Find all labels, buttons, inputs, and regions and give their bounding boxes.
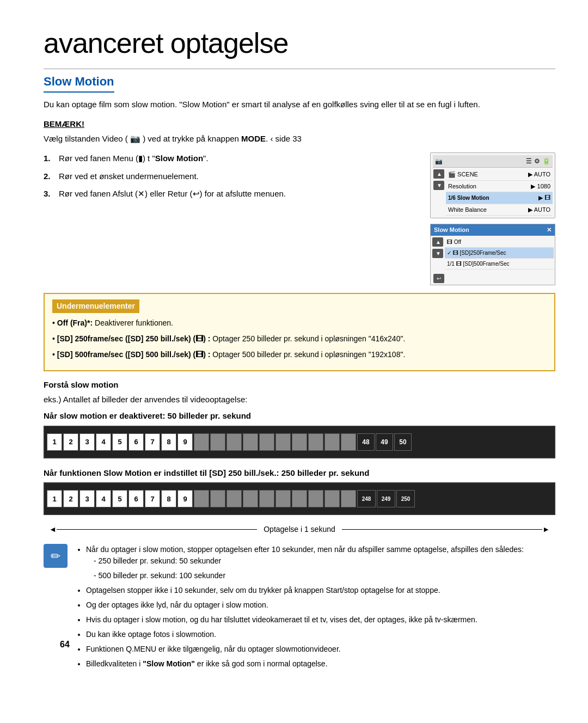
intro-text: Du kan optage film som slow motion. "Slo… bbox=[44, 98, 555, 111]
scene-value: ▶ AUTO bbox=[528, 170, 550, 179]
sub-note-2: 500 billeder pr. sekund: 100 sekunder bbox=[94, 570, 555, 581]
note-item-7: Billedkvaliteten i "Slow Motion" er ikke… bbox=[86, 658, 555, 670]
ui-screenshots: 📷 ☰ ⚙ 🔋 ▲ ▼ 🎬 SCENE ▶ AUTO bbox=[430, 152, 555, 285]
forstaa-section: Forstå slow motion eks.) Antallet af bil… bbox=[44, 379, 555, 535]
frame-dot2: … bbox=[210, 433, 225, 451]
forstaa-title: Forstå slow motion bbox=[44, 379, 555, 391]
steps-and-ui: 1. Rør ved fanen Menu (▮) t "Slow Motion… bbox=[44, 152, 555, 285]
white-balance-value: ▶ AUTO bbox=[528, 205, 550, 215]
step-3: 3. Rør ved fanen Afslut (✕) eller Retur … bbox=[44, 188, 414, 200]
sd250-row: ✓ 🎞 [SD]250Frame/Sec bbox=[445, 248, 554, 259]
ui-icon-menu: ☰ bbox=[526, 156, 532, 166]
arrow-right-line bbox=[342, 529, 542, 530]
sd500-label: 1/1 🎞 [SD]500Frame/Sec bbox=[447, 260, 510, 268]
submenu-item-3: • [SD] 500frame/sec ([SD] 500 bill./sek)… bbox=[52, 349, 547, 360]
frame2-dot3: … bbox=[226, 490, 242, 507]
ui-panel-2-close-icon[interactable]: ✕ bbox=[547, 225, 552, 235]
section-title: Slow Motion bbox=[44, 72, 114, 93]
frame2-5: 5 bbox=[112, 490, 127, 507]
note-label: BEMÆRK! bbox=[44, 118, 555, 131]
frame2-248: 248 bbox=[357, 490, 376, 507]
filmstrip-1: 1 2 3 4 5 6 7 8 9 … … … … … … … … … … 48 bbox=[44, 426, 555, 458]
frame2-6: 6 bbox=[128, 490, 144, 507]
left-arrow-icon: ◄ bbox=[49, 524, 57, 535]
step-3-text: Rør ved fanen Afslut (✕) eller Retur (↩)… bbox=[59, 188, 414, 200]
nav-up-btn[interactable]: ▲ bbox=[433, 169, 444, 179]
slow-motion-row: 1/6 Slow Motion ▶ 🎞 bbox=[446, 192, 553, 204]
frame2-dot1: … bbox=[194, 490, 209, 507]
nav2-down-btn[interactable]: ▼ bbox=[432, 249, 443, 258]
frame-50: 50 bbox=[394, 433, 412, 451]
frame-dot10: … bbox=[341, 433, 356, 451]
ui-panel-icons: ☰ ⚙ 🔋 bbox=[526, 156, 550, 166]
slow-motion-value: ▶ 🎞 bbox=[538, 193, 550, 203]
ui-icon-settings: ⚙ bbox=[534, 156, 540, 166]
frame-dot7: … bbox=[292, 433, 307, 451]
frame2-2: 2 bbox=[63, 490, 78, 507]
slow-motion-label: 1/6 Slow Motion bbox=[448, 194, 489, 202]
frame-2: 2 bbox=[63, 433, 78, 451]
note-content: Når du optager i slow motion, stopper op… bbox=[75, 544, 555, 673]
frame-3: 3 bbox=[79, 433, 95, 451]
note-item-5: Du kan ikke optage fotos i slowmotion. bbox=[86, 629, 555, 640]
ui-panel-1-top: 📷 ☰ ⚙ 🔋 bbox=[433, 155, 553, 168]
filmstrip-frames-1: 1 2 3 4 5 6 7 8 9 … … … … … … … … … … 48 bbox=[45, 429, 554, 455]
note-item-1: Når du optager i slow motion, stopper op… bbox=[86, 544, 555, 581]
filmstrip-frames-2: 1 2 3 4 5 6 7 8 9 … … … … … … … … … … 24… bbox=[45, 486, 554, 512]
ui-panel-2: Slow Motion ✕ ▲ ▼ 🎞 Off ✓ 🎞 [SD]250Frame… bbox=[430, 224, 555, 285]
resolution-value: ▶ 1080 bbox=[531, 182, 550, 191]
frame2-250: 250 bbox=[396, 490, 415, 507]
note-box: ✏ Når du optager i slow motion, stopper … bbox=[44, 544, 555, 673]
sub-note-1: 250 billeder pr. sekund: 50 sekunder bbox=[94, 555, 555, 567]
back-btn[interactable]: ↩ bbox=[433, 274, 444, 283]
frame2-8: 8 bbox=[161, 490, 176, 507]
note-item-2: Optagelsen stopper ikke i 10 sekunder, s… bbox=[86, 585, 555, 596]
resolution-row: Resolution ▶ 1080 bbox=[446, 181, 553, 193]
nav-down-btn[interactable]: ▼ bbox=[433, 181, 444, 190]
off-label: 🎞 Off bbox=[447, 238, 461, 246]
frame2-1: 1 bbox=[47, 490, 62, 507]
mode-note-text: Vælg tilstanden Video ( 📷 ) ved at trykk… bbox=[44, 133, 555, 145]
scene-row: 🎬 SCENE ▶ AUTO bbox=[446, 169, 553, 181]
sub-notes-list: 250 billeder pr. sekund: 50 sekunder 500… bbox=[86, 555, 555, 581]
scene-label: 🎬 SCENE bbox=[448, 170, 478, 179]
off-row: 🎞 Off bbox=[445, 237, 554, 248]
frame-dot6: … bbox=[275, 433, 291, 451]
frame2-dot7: … bbox=[292, 490, 307, 507]
ui-panel-2-title: Slow Motion ✕ bbox=[431, 224, 555, 236]
frame-5: 5 bbox=[112, 433, 127, 451]
ui-icon-camera: 📷 bbox=[435, 157, 443, 166]
page-title: avanceret optagelse bbox=[44, 22, 555, 69]
sd250-label: ✓ 🎞 [SD]250Frame/Sec bbox=[447, 249, 506, 257]
frame2-dot4: … bbox=[243, 490, 258, 507]
filmstrip-wrapper-2: 1 2 3 4 5 6 7 8 9 … … … … … … … … … … 24… bbox=[44, 482, 555, 515]
step-2-text: Rør ved et ønsket undermenuelement. bbox=[59, 170, 414, 183]
note-item-3: Og der optages ikke lyd, når du optager … bbox=[86, 599, 555, 611]
submenu-item-2: • [SD] 250frame/sec ([SD] 250 bill./sek)… bbox=[52, 333, 547, 345]
frame-dot4: … bbox=[243, 433, 258, 451]
step-2: 2. Rør ved et ønsket undermenuelement. bbox=[44, 170, 414, 183]
frame-9: 9 bbox=[177, 433, 193, 451]
page-number: 64 bbox=[60, 638, 70, 651]
frame-dot5: … bbox=[259, 433, 274, 451]
frame2-dot5: … bbox=[259, 490, 274, 507]
frame-4: 4 bbox=[96, 433, 111, 451]
frame2-dot10: … bbox=[341, 490, 356, 507]
step-2-num: 2. bbox=[44, 170, 54, 183]
submenu-title: Undermenuelementer bbox=[52, 299, 139, 313]
frame2-dot6: … bbox=[275, 490, 291, 507]
frame-dot9: … bbox=[324, 433, 340, 451]
filmstrip-wrapper-1: 1 2 3 4 5 6 7 8 9 … … … … … … … … … … 48 bbox=[44, 426, 555, 458]
nav2-up-btn[interactable]: ▲ bbox=[432, 237, 443, 247]
frame-dot1: … bbox=[194, 433, 209, 451]
frame-dot8: … bbox=[308, 433, 323, 451]
frame2-dot9: … bbox=[324, 490, 340, 507]
frame-6: 6 bbox=[128, 433, 144, 451]
frame2-9: 9 bbox=[177, 490, 193, 507]
forstaa-intro: eks.) Antallet af billeder der anvendes … bbox=[44, 394, 555, 406]
note-icon: ✏ bbox=[44, 544, 68, 568]
filmstrip-2: 1 2 3 4 5 6 7 8 9 … … … … … … … … … … 24… bbox=[44, 482, 555, 515]
submenu-item-1: • Off (Fra)*: Deaktiverer funktionen. bbox=[52, 317, 547, 329]
step-1-num: 1. bbox=[44, 152, 54, 165]
notes-list: Når du optager i slow motion, stopper op… bbox=[75, 544, 555, 670]
